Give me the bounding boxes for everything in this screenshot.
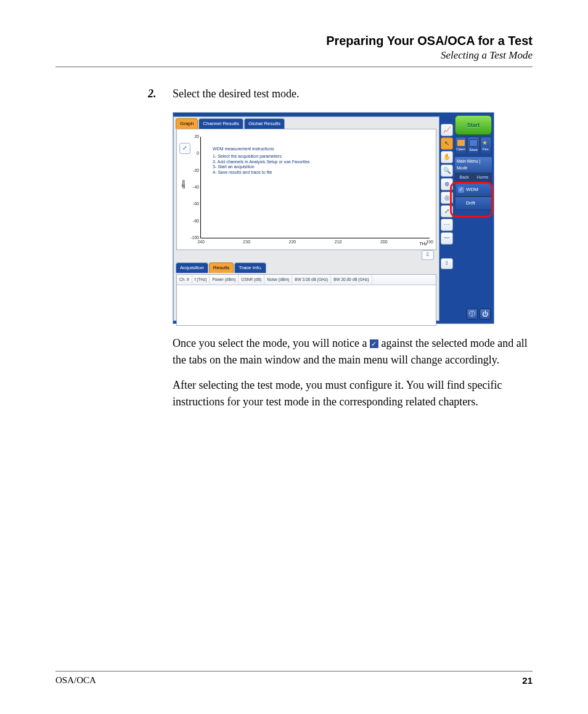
bottom-tabs: Acquisition Results Trace Info. xyxy=(174,261,439,273)
instruction-line: 2- Add channels in Analysis Setup or use… xyxy=(213,160,310,164)
instruction-line: 4- Save results and trace to file xyxy=(213,170,272,174)
y-tick: -40 xyxy=(193,184,199,191)
menu-header: Main Menu | Mode xyxy=(455,157,492,172)
x-tick: 190 xyxy=(426,239,433,246)
more-tool-icon[interactable]: ⋯ xyxy=(441,219,453,231)
power-button-icon[interactable]: ⏻ xyxy=(480,309,491,320)
col-ch: Ch. # xyxy=(177,275,192,285)
p1-a: Once you select the mode, you will notic… xyxy=(173,337,370,349)
capture-tool-icon[interactable]: ◎ xyxy=(441,192,453,204)
favorites-button[interactable]: ★ Fav. xyxy=(480,137,492,155)
mode-label: Drift xyxy=(466,200,475,207)
mode-drift[interactable]: Drift xyxy=(455,197,492,210)
tab-trace-info[interactable]: Trace Info. xyxy=(234,262,266,273)
menu-nav: Back Home xyxy=(455,172,492,183)
file-row: Open Save ★ Fav. xyxy=(455,137,492,155)
y-tick: 20 xyxy=(194,134,199,140)
spectrum-tool-icon[interactable]: 〰 xyxy=(441,232,453,245)
zoom-tool-icon[interactable]: 🔍 xyxy=(441,164,453,177)
table-header-row: Ch. # f (THz) Power (dBm) OSNR (dB) Nois… xyxy=(177,275,436,285)
col-osnr: OSNR (dB) xyxy=(239,275,264,285)
step-number: 2. xyxy=(148,86,161,102)
side-panel: Start Open Save ★ Fav. Main Menu | xyxy=(455,115,492,210)
mode-wdm[interactable]: ✓ WDM xyxy=(455,183,492,197)
scroll-down-icon[interactable]: ⇩ xyxy=(422,250,434,260)
col-f: f (THz) xyxy=(192,275,210,285)
pan-tool-icon[interactable]: ✋ xyxy=(441,151,453,163)
instruction-title: WDM measurement instructions xyxy=(213,147,310,152)
header-title: Preparing Your OSA/OCA for a Test xyxy=(55,34,533,48)
y-tick: -80 xyxy=(193,217,199,224)
instruction-line: 3- Start an acquisition xyxy=(213,164,255,169)
y-tick: -60 xyxy=(193,201,199,208)
start-button[interactable]: Start xyxy=(455,115,492,135)
scroll-up-icon[interactable]: ⇧ xyxy=(441,258,453,269)
col-power: Power (dBm) xyxy=(210,275,239,285)
marker-tool-icon[interactable]: ⊕ xyxy=(441,178,453,190)
col-bw3: BW 3.00 dB (GHz) xyxy=(292,275,331,285)
tab-channel-results[interactable]: Channel Results xyxy=(198,118,243,129)
x-tick: 230 xyxy=(243,239,250,246)
cursor-tool-icon[interactable]: ↖ xyxy=(441,137,453,150)
step-text: Select the desired test mode. xyxy=(173,86,533,102)
col-noise: Noise (dBm) xyxy=(264,275,292,285)
trace-tool-icon[interactable]: 📈 xyxy=(441,124,453,136)
y-tick: -20 xyxy=(193,167,199,174)
star-icon: ★ xyxy=(482,140,489,146)
header-rule xyxy=(55,67,533,67)
x-tick: 210 xyxy=(335,239,342,246)
x-tick: 240 xyxy=(197,239,205,246)
save-label: Save xyxy=(469,147,478,153)
footer-left: OSA/OCA xyxy=(55,675,96,686)
info-button[interactable]: ⓘ xyxy=(467,309,478,320)
main-pane: Graph Channel Results Global Results ⤢ d… xyxy=(173,116,439,321)
folder-open-icon xyxy=(457,140,465,146)
tab-acquisition[interactable]: Acquisition xyxy=(176,262,208,273)
zoom-reset-icon[interactable]: ⤢ xyxy=(179,143,190,154)
expand-tool-icon[interactable]: ⤢ xyxy=(441,205,453,217)
graph-area: ⤢ dBm THz 20 0 -20 -40 -60 -80 -100 240 … xyxy=(176,129,436,250)
header-subtitle: Selecting a Test Mode xyxy=(55,49,533,62)
tab-global-results[interactable]: Global Results xyxy=(244,118,285,129)
page-header: Preparing Your OSA/OCA for a Test Select… xyxy=(55,34,533,62)
instruction-line: 1- Select the acquisition parameters xyxy=(213,154,282,158)
footer-page-number: 21 xyxy=(522,675,533,686)
paragraph-2: After selecting the test mode, you must … xyxy=(173,377,533,410)
col-bw20: BW 20.00 dB (GHz) xyxy=(331,275,372,285)
mode-label: WDM xyxy=(466,186,478,193)
paragraph-1: Once you select the mode, you will notic… xyxy=(173,335,533,368)
check-icon: ✓ xyxy=(458,187,464,193)
footer-rule xyxy=(55,671,533,671)
x-tick: 200 xyxy=(380,239,388,246)
tab-graph[interactable]: Graph xyxy=(176,118,198,129)
page-footer: OSA/OCA 21 xyxy=(55,666,533,686)
open-label: Open xyxy=(456,147,465,152)
app-screenshot: Graph Channel Results Global Results ⤢ d… xyxy=(173,112,494,324)
y-axis-unit: dBm xyxy=(181,180,187,189)
step-2: 2. Select the desired test mode. xyxy=(148,86,533,102)
x-tick: 220 xyxy=(289,239,296,246)
tab-results[interactable]: Results xyxy=(209,262,234,273)
nav-back[interactable]: Back xyxy=(455,172,473,183)
y-tick: 0 xyxy=(197,150,199,157)
fav-label: Fav. xyxy=(483,147,489,152)
inline-check-icon: ✓ xyxy=(370,339,378,348)
floppy-icon xyxy=(469,139,478,147)
nav-home[interactable]: Home xyxy=(473,172,492,183)
instruction-overlay: WDM measurement instructions 1- Select t… xyxy=(213,147,310,176)
save-button[interactable]: Save xyxy=(467,137,479,155)
tool-strip: 📈 ↖ ✋ 🔍 ⊕ ◎ ⤢ ⋯ 〰 xyxy=(441,124,453,245)
top-tabs: Graph Channel Results Global Results xyxy=(174,117,439,129)
results-table: Ch. # f (THz) Power (dBm) OSNR (dB) Nois… xyxy=(176,274,436,326)
open-button[interactable]: Open xyxy=(455,137,467,155)
